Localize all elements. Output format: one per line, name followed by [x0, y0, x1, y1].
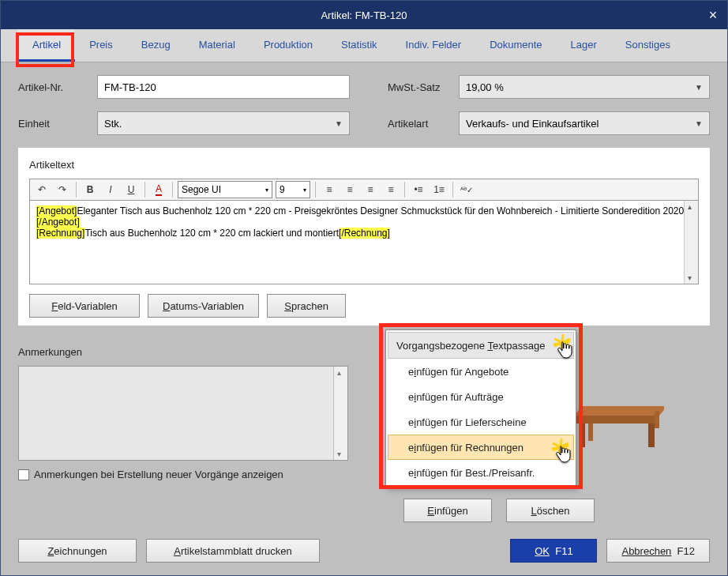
- btn-einfuegen[interactable]: Einfügen: [403, 499, 492, 522]
- btn-datums-variablen[interactable]: Datums-Variablen: [148, 294, 259, 318]
- menu-item-angebote[interactable]: einfügen für Angebote: [388, 359, 574, 384]
- select-artikelart[interactable]: Verkaufs- und Einkaufsartikel ▼: [459, 111, 710, 135]
- tag-rechnung-open: [Rechnung]: [36, 228, 84, 239]
- input-artikelnr[interactable]: FM-TB-120: [97, 75, 350, 99]
- tab-produktion[interactable]: Produktion: [250, 29, 327, 62]
- checkbox-icon: [18, 469, 29, 480]
- tab-dokumente[interactable]: Dokumente: [475, 29, 556, 62]
- tab-artikel[interactable]: Artikel: [18, 29, 75, 62]
- menu-item-auftraege[interactable]: einfügen für Aufträge: [388, 384, 574, 409]
- rte-line-3: [Rechnung]Tisch aus Buchenholz 120 cm * …: [36, 228, 692, 239]
- tab-bezug[interactable]: Bezug: [127, 29, 185, 62]
- undo-icon[interactable]: ↶: [33, 181, 51, 198]
- menu-item-lieferscheine[interactable]: einfügen für Lieferscheine: [388, 409, 574, 435]
- dropdown-vorgang-textpassage: Vorgangsbezogene Textpassage einfügen fü…: [385, 329, 576, 488]
- tab-lager[interactable]: Lager: [557, 29, 611, 62]
- einheit-value: Stk.: [104, 118, 122, 130]
- label-artikelnr: Artikel-Nr.: [18, 81, 97, 93]
- btn-sprachen[interactable]: Sprachen: [267, 294, 346, 318]
- rte-line2-text: Tisch aus Buchenholz 120 cm * 220 cm lac…: [84, 228, 339, 239]
- artikelart-value: Verkaufs- und Einkaufsartikel: [466, 118, 599, 130]
- label-artikeltext: Artikeltext: [29, 159, 699, 171]
- chevron-down-icon: ▼: [695, 119, 703, 128]
- checkbox-anmerkungen-anzeigen[interactable]: Anmerkungen bei Erstellung neuer Vorgäng…: [18, 469, 710, 480]
- svg-rect-0: [574, 416, 659, 424]
- label-mwst: MwSt.-Satz: [388, 81, 459, 93]
- underline-icon[interactable]: U: [122, 181, 140, 198]
- tab-sonstiges[interactable]: Sonstiges: [611, 29, 685, 62]
- titlebar: Artikel: FM-TB-120 ×: [1, 1, 727, 29]
- btn-zeichnungen[interactable]: Zeichnungen: [18, 539, 137, 563]
- label-anmerkungen: Anmerkungen: [18, 346, 710, 358]
- textarea-anmerkungen[interactable]: [18, 366, 348, 461]
- tab-bar: Artikel Preis Bezug Material Produktion …: [1, 29, 727, 62]
- align-right-icon[interactable]: ≡: [362, 181, 379, 198]
- btn-abbrechen[interactable]: Abbrechen F12: [606, 539, 710, 563]
- rte-line-1: [Angebot]Eleganter Tisch aus Buchenholz …: [36, 205, 692, 216]
- chevron-down-icon: ▼: [695, 83, 703, 92]
- article-dialog: Artikel: FM-TB-120 × Artikel Preis Bezug…: [0, 0, 728, 576]
- tab-indiv[interactable]: Indiv. Felder: [392, 29, 476, 62]
- select-mwst[interactable]: 19,00 % ▼: [459, 75, 710, 99]
- tab-material[interactable]: Material: [185, 29, 250, 62]
- tab-statistik[interactable]: Statistik: [327, 29, 392, 62]
- menu-item-best-preisanfr[interactable]: einfügen für Best./Preisanfr.: [388, 460, 574, 485]
- tag-angebot-open: [Angebot]: [36, 205, 77, 216]
- select-einheit[interactable]: Stk. ▼: [97, 111, 350, 135]
- font-color-icon[interactable]: A: [150, 181, 167, 198]
- chevron-down-icon: ▼: [335, 119, 343, 128]
- spellcheck-icon[interactable]: ᴬᴮ✓: [458, 181, 475, 198]
- tab-preis[interactable]: Preis: [75, 29, 127, 62]
- svg-marker-1: [574, 406, 664, 416]
- bold-icon[interactable]: B: [81, 181, 99, 198]
- font-select[interactable]: Segoe UI▾: [178, 181, 272, 198]
- dialog-footer: Zeichnungen Artikelstammblatt drucken OK…: [18, 539, 710, 563]
- btn-artikelstammblatt[interactable]: Artikelstammblatt drucken: [146, 539, 320, 563]
- rte-toolbar: ↶ ↷ B I U A Segoe UI▾ 9▾ ≡ ≡ ≡ ≡ •≡ 1≡: [29, 179, 699, 201]
- rte-line1-text: Eleganter Tisch aus Buchenholz 120 cm * …: [77, 205, 684, 216]
- window-title: Artikel: FM-TB-120: [321, 9, 407, 21]
- redo-icon[interactable]: ↷: [54, 181, 71, 198]
- italic-icon[interactable]: I: [102, 181, 119, 198]
- close-icon[interactable]: ×: [699, 1, 727, 29]
- btn-loeschen[interactable]: Löschen: [506, 499, 595, 522]
- tag-rechnung-close: [/Rechnung]: [339, 228, 390, 239]
- artikeltext-panel: Artikeltext ↶ ↷ B I U A Segoe UI▾ 9▾ ≡ ≡…: [18, 148, 710, 326]
- article-image: [569, 400, 664, 454]
- rte-textarea[interactable]: [Angebot]Eleganter Tisch aus Buchenholz …: [29, 201, 699, 284]
- btn-ok[interactable]: OK F11: [510, 539, 597, 563]
- menu-item-rechnungen[interactable]: einfügen für Rechnungen: [388, 435, 574, 460]
- dropdown-header[interactable]: Vorgangsbezogene Textpassage: [388, 332, 574, 359]
- rte-line-2: [/Angebot]: [36, 216, 692, 228]
- svg-rect-5: [655, 411, 659, 428]
- rte-scrollbar[interactable]: [684, 201, 698, 284]
- fontsize-select[interactable]: 9▾: [276, 181, 310, 198]
- notes-scrollbar[interactable]: [333, 367, 347, 460]
- label-einheit: Einheit: [18, 118, 97, 130]
- label-artikelart: Artikelart: [388, 118, 459, 130]
- number-list-icon[interactable]: 1≡: [430, 181, 448, 198]
- svg-rect-3: [648, 424, 655, 447]
- mwst-value: 19,00 %: [466, 81, 504, 93]
- checkbox-label: Anmerkungen bei Erstellung neuer Vorgäng…: [34, 469, 283, 480]
- align-left-icon[interactable]: ≡: [321, 181, 338, 198]
- bullet-list-icon[interactable]: •≡: [410, 181, 427, 198]
- svg-rect-4: [588, 424, 593, 441]
- svg-rect-2: [579, 424, 585, 447]
- artikelnr-value: FM-TB-120: [104, 81, 156, 93]
- font-value: Segoe UI: [182, 184, 221, 195]
- tag-angebot-close: [/Angebot]: [36, 216, 80, 228]
- fontsize-value: 9: [280, 184, 285, 195]
- btn-feld-variablen[interactable]: Feld-Variablen: [29, 294, 140, 318]
- align-center-icon[interactable]: ≡: [341, 181, 358, 198]
- align-justify-icon[interactable]: ≡: [382, 181, 400, 198]
